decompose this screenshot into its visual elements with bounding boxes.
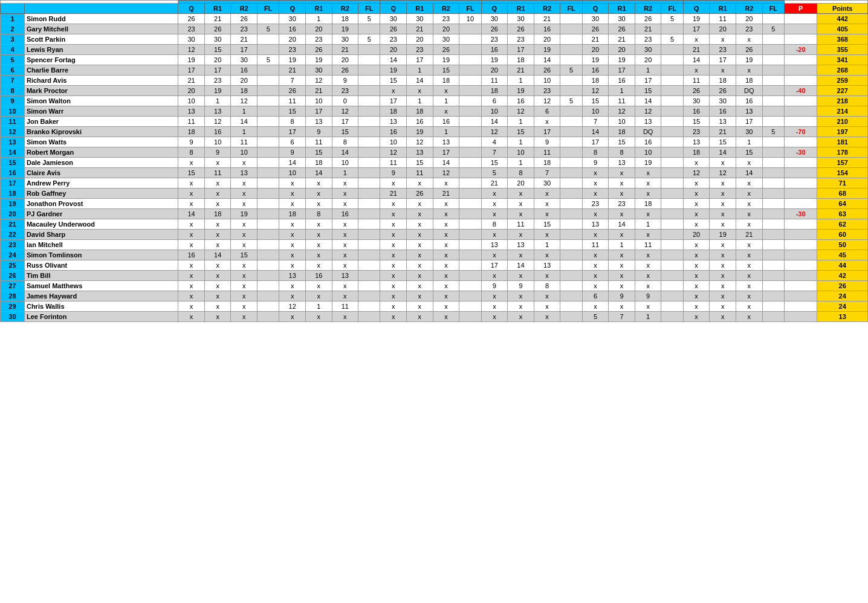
score-cell bbox=[560, 14, 582, 24]
score-cell: x bbox=[380, 230, 407, 240]
score-cell: x bbox=[508, 250, 534, 260]
score-cell bbox=[762, 291, 784, 302]
score-cell: 5 bbox=[257, 24, 279, 34]
crc-r2-header: R2 bbox=[736, 4, 762, 14]
score-cell: x bbox=[407, 281, 433, 291]
table-row: 7Richard Avis212320712915141811110181617… bbox=[1, 76, 868, 86]
score-cell: 14 bbox=[231, 117, 257, 127]
score-cell: x bbox=[407, 209, 433, 219]
score-cell: 6 bbox=[481, 96, 508, 106]
score-cell: x bbox=[433, 230, 459, 240]
score-cell: x bbox=[683, 158, 710, 168]
score-cell: 18 bbox=[710, 76, 736, 86]
score-cell bbox=[762, 137, 784, 147]
driver-name-cell: Simon Walton bbox=[24, 96, 178, 106]
score-cell: 18 bbox=[683, 147, 710, 158]
score-cell: 17 bbox=[508, 45, 534, 55]
sil-r1-header: R1 bbox=[305, 4, 332, 14]
penalty-cell bbox=[784, 178, 817, 189]
score-cell bbox=[762, 158, 784, 168]
score-cell: x bbox=[433, 312, 459, 322]
score-cell bbox=[358, 178, 380, 189]
score-cell: 18 bbox=[433, 76, 459, 86]
score-cell: 13 bbox=[407, 147, 433, 158]
standings-table-container: Q R1 R2 FL Q R1 R2 FL Q R1 R2 FL Q R1 R2… bbox=[0, 0, 868, 322]
score-cell: x bbox=[305, 199, 332, 209]
position-cell: 25 bbox=[1, 260, 25, 271]
score-cell bbox=[560, 199, 582, 209]
score-cell: 19 bbox=[231, 209, 257, 219]
score-cell bbox=[661, 199, 683, 209]
score-cell: 30 bbox=[332, 34, 358, 45]
score-cell: x bbox=[609, 178, 635, 189]
table-row: 12Branko Kiprovski1816117915161911215171… bbox=[1, 127, 868, 137]
score-cell: x bbox=[332, 199, 358, 209]
penalty-cell bbox=[784, 189, 817, 199]
penalty-header: P bbox=[784, 4, 817, 14]
score-cell bbox=[358, 117, 380, 127]
score-cell: x bbox=[204, 260, 231, 271]
score-cell: 30 bbox=[635, 45, 661, 55]
score-cell bbox=[762, 281, 784, 291]
sil-q-header: Q bbox=[279, 4, 306, 14]
score-cell bbox=[358, 168, 380, 178]
score-cell bbox=[560, 45, 582, 55]
driver-name-cell: Branko Kiprovski bbox=[24, 127, 178, 137]
score-cell: x bbox=[736, 34, 762, 45]
score-cell: x bbox=[380, 250, 407, 260]
total-points-cell: 268 bbox=[817, 65, 868, 76]
score-cell: 26 bbox=[178, 14, 205, 24]
score-cell: 30 bbox=[305, 65, 332, 76]
penalty-cell: -40 bbox=[784, 86, 817, 96]
score-cell: 17 bbox=[231, 45, 257, 55]
total-points-cell: 154 bbox=[817, 168, 868, 178]
score-cell: 17 bbox=[582, 137, 609, 147]
total-points-cell: 405 bbox=[817, 24, 868, 34]
position-cell: 12 bbox=[1, 127, 25, 137]
score-cell: 21 bbox=[178, 76, 205, 86]
score-cell: 17 bbox=[407, 55, 433, 65]
penalty-cell bbox=[784, 291, 817, 302]
score-cell: 23 bbox=[635, 34, 661, 45]
score-cell: 13 bbox=[305, 117, 332, 127]
score-cell bbox=[257, 127, 279, 137]
driver-name-cell: James Hayward bbox=[24, 291, 178, 302]
score-cell: 1 bbox=[407, 96, 433, 106]
table-row: 14Robert Morgan8910915141213177101188101… bbox=[1, 147, 868, 158]
total-points-cell: 355 bbox=[817, 45, 868, 55]
score-cell: x bbox=[279, 178, 306, 189]
position-cell: 24 bbox=[1, 250, 25, 260]
score-cell: x bbox=[508, 291, 534, 302]
total-points-cell: 45 bbox=[817, 250, 868, 260]
score-cell: 17 bbox=[481, 260, 508, 271]
score-cell bbox=[762, 230, 784, 240]
score-cell: 1 bbox=[508, 137, 534, 147]
score-cell: x bbox=[582, 302, 609, 312]
score-cell: x bbox=[231, 291, 257, 302]
score-cell: 9 bbox=[609, 291, 635, 302]
score-cell: 19 bbox=[204, 86, 231, 96]
score-cell: x bbox=[683, 281, 710, 291]
table-row: 9Simon Walton101121110017116161251511143… bbox=[1, 96, 868, 106]
score-cell: 1 bbox=[508, 76, 534, 86]
total-points-cell: 227 bbox=[817, 86, 868, 96]
score-cell: 10 bbox=[635, 147, 661, 158]
score-cell: 13 bbox=[481, 240, 508, 250]
score-cell: 30 bbox=[231, 55, 257, 65]
score-cell: 9 bbox=[508, 281, 534, 291]
score-cell: x bbox=[433, 219, 459, 230]
score-cell: x bbox=[433, 199, 459, 209]
score-cell: 11 bbox=[231, 137, 257, 147]
table-row: 3Scott Parkin303021202330523203023232021… bbox=[1, 34, 868, 45]
score-cell bbox=[459, 24, 481, 34]
total-points-cell: 341 bbox=[817, 55, 868, 65]
table-row: 13Simon Watts910116118101213419171516131… bbox=[1, 137, 868, 147]
score-cell bbox=[762, 199, 784, 209]
score-cell: x bbox=[380, 240, 407, 250]
score-cell: 30 bbox=[736, 127, 762, 137]
score-cell: x bbox=[635, 281, 661, 291]
score-cell: 20 bbox=[407, 34, 433, 45]
score-cell: 5 bbox=[661, 34, 683, 45]
score-cell bbox=[661, 127, 683, 137]
score-cell: 1 bbox=[635, 312, 661, 322]
